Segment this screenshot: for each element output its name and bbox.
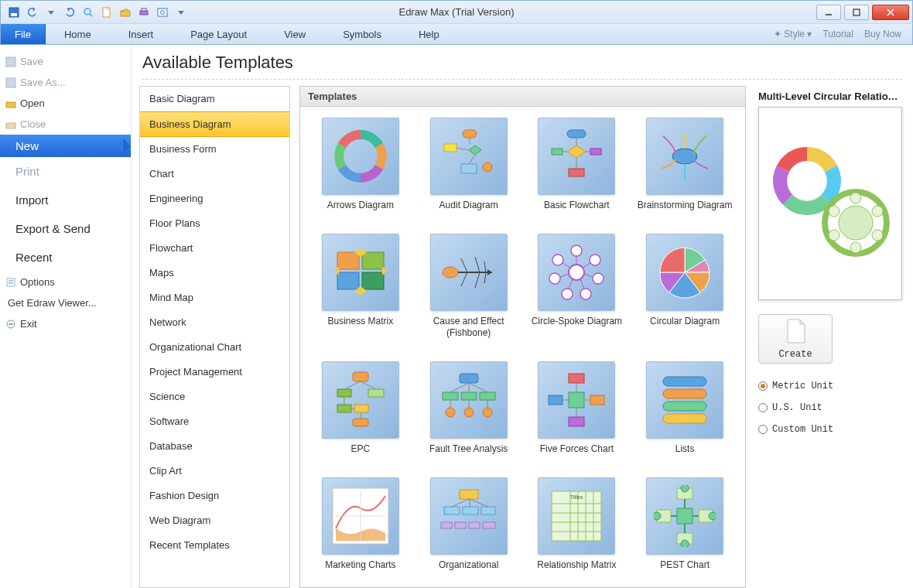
category-item[interactable]: Clip Art [140,459,289,484]
sidebar-import[interactable]: Import [0,186,131,214]
unit-metric[interactable]: Metric Unit [758,381,904,391]
category-item[interactable]: Network [140,310,289,335]
category-item[interactable]: Maps [140,261,289,285]
svg-rect-125 [677,508,692,524]
svg-rect-20 [463,130,477,138]
zoom-icon[interactable] [81,5,95,19]
template-item[interactable]: EPC [311,361,410,460]
buy-now-link[interactable]: Buy Now [864,29,901,39]
template-item[interactable]: Circle-Spoke Diagram [527,234,626,344]
file-tab[interactable]: File [1,24,46,44]
svg-rect-108 [441,522,452,528]
category-item[interactable]: Chart [140,162,289,186]
close-button[interactable] [872,5,909,20]
print-icon[interactable] [137,5,151,19]
category-item[interactable]: Fashion Design [140,484,289,508]
svg-rect-106 [463,507,478,514]
qat-customize-icon[interactable] [174,5,188,19]
template-item[interactable]: Organizational [419,477,518,576]
dropdown-icon[interactable] [44,5,58,19]
template-item[interactable]: Cause and Effect (Fishbone) [419,234,518,344]
redo-icon[interactable] [63,5,77,19]
preview-panel: Multi-Level Circular Relations... [751,86,913,588]
category-item[interactable]: Software [140,409,289,434]
tab-home[interactable]: Home [46,24,110,44]
template-item[interactable]: Marketing Charts [311,477,410,576]
category-item[interactable]: Floor Plans [140,211,289,236]
template-item[interactable]: Basic Flowchart [527,118,626,217]
category-item[interactable]: Science [140,385,289,409]
svg-rect-104 [460,490,478,499]
tab-help[interactable]: Help [400,24,458,44]
tab-symbols[interactable]: Symbols [324,24,400,44]
category-item[interactable]: Web Diagram [140,508,289,533]
template-item[interactable]: TitlesRelationship Matrix [527,477,626,576]
style-link[interactable]: ✦ Style ▾ [774,29,812,39]
svg-point-142 [872,206,883,217]
tutorial-link[interactable]: Tutorial [822,29,853,39]
tab-page-layout[interactable]: Page Layout [172,24,265,44]
template-label: Organizational [419,559,518,571]
svg-point-132 [681,540,689,547]
svg-line-84 [469,383,487,392]
template-label: EPC [311,443,410,455]
new-doc-icon[interactable] [100,5,114,19]
sidebar-print[interactable]: Print [0,157,131,186]
template-item[interactable]: Audit Diagram [419,118,518,217]
category-item[interactable]: Recent Templates [140,533,289,558]
template-item[interactable]: Five Forces Chart [527,361,626,460]
category-item[interactable]: Business Diagram [140,111,289,137]
template-item[interactable]: Brainstorming Diagram [635,118,734,217]
category-item[interactable]: Engineering [140,186,289,211]
category-item[interactable]: Mind Map [140,285,289,310]
category-item[interactable]: Business Form [140,137,289,162]
sidebar-open[interactable]: Open [0,93,131,114]
content-area: Available Templates Basic DiagramBusines… [132,45,913,588]
sidebar-recent[interactable]: Recent [0,243,131,272]
category-item[interactable]: Organizational Chart [140,335,289,360]
templates-gallery[interactable]: Arrows DiagramAudit DiagramBasic Flowcha… [299,107,746,588]
minimize-button[interactable] [816,5,841,20]
template-item[interactable]: Business Matrix [311,234,410,344]
template-item[interactable]: Arrows Diagram [311,118,410,217]
category-item[interactable]: Database [140,434,289,459]
undo-icon[interactable] [26,5,39,19]
create-button[interactable]: Create [758,314,833,364]
preview-icon[interactable] [156,5,169,19]
sidebar-exit[interactable]: Exit [0,313,131,334]
maximize-button[interactable] [844,5,869,20]
sidebar-close[interactable]: Close [0,114,131,135]
category-item[interactable]: Project Management [140,360,289,385]
template-item[interactable]: PEST Chart [635,477,734,576]
template-item[interactable]: Lists [635,361,734,460]
open-icon[interactable] [118,5,132,19]
sidebar-save[interactable]: Save [0,51,131,72]
svg-rect-37 [362,252,384,269]
svg-rect-98 [663,389,706,398]
template-item[interactable]: Fault Tree Analysis [419,361,518,460]
tab-insert[interactable]: Insert [110,24,173,44]
svg-line-61 [560,274,569,277]
sidebar-get-viewer[interactable]: Get Edraw Viewer... [0,292,131,313]
quick-access-toolbar [1,5,188,19]
unit-us[interactable]: U.S. Unit [758,402,904,413]
tab-view[interactable]: View [265,24,324,44]
sidebar-save-as[interactable]: Save As... [0,72,131,93]
svg-rect-64 [353,372,368,381]
category-item[interactable]: Flowchart [140,236,289,261]
category-list[interactable]: Basic DiagramBusiness DiagramBusiness Fo… [139,86,290,588]
template-thumbnail [430,361,508,439]
sidebar-export[interactable]: Export & Send [0,214,131,243]
unit-radio-group: Metric Unit U.S. Unit Custom Unit [758,381,904,435]
preview-image [764,138,896,269]
category-item[interactable]: Basic Diagram [140,87,289,111]
sidebar-new[interactable]: New [0,135,131,157]
svg-point-54 [549,273,560,284]
save-icon[interactable] [7,5,21,19]
unit-custom[interactable]: Custom Unit [758,424,904,435]
sidebar-options[interactable]: Options [0,272,131,292]
svg-point-141 [850,193,861,203]
template-item[interactable]: Circular Diagram [635,234,734,344]
template-label: Marketing Charts [311,559,410,571]
radio-icon [758,381,768,391]
